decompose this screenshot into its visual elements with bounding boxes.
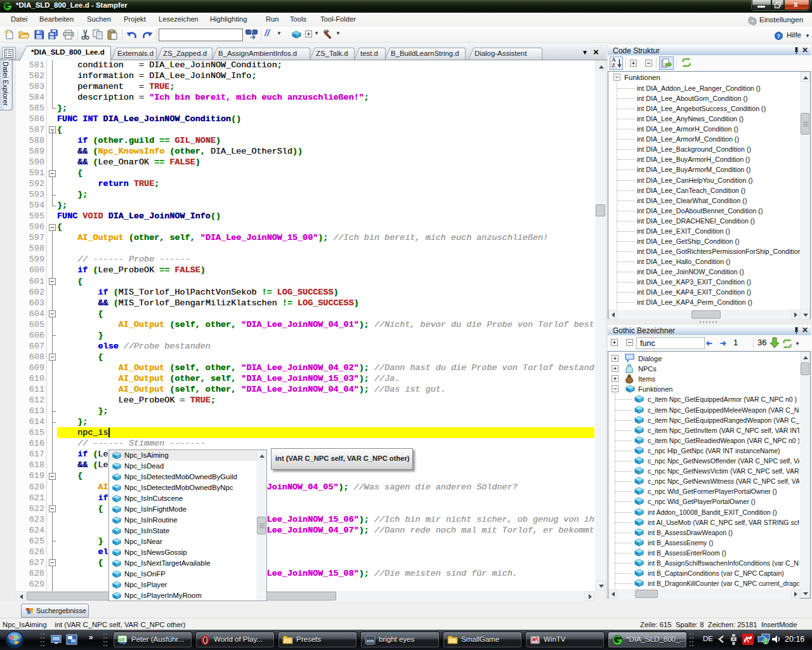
svg-text:c#: c# xyxy=(119,637,125,642)
svg-text:xm: xm xyxy=(367,638,374,644)
svg-text:?: ? xyxy=(777,33,780,39)
